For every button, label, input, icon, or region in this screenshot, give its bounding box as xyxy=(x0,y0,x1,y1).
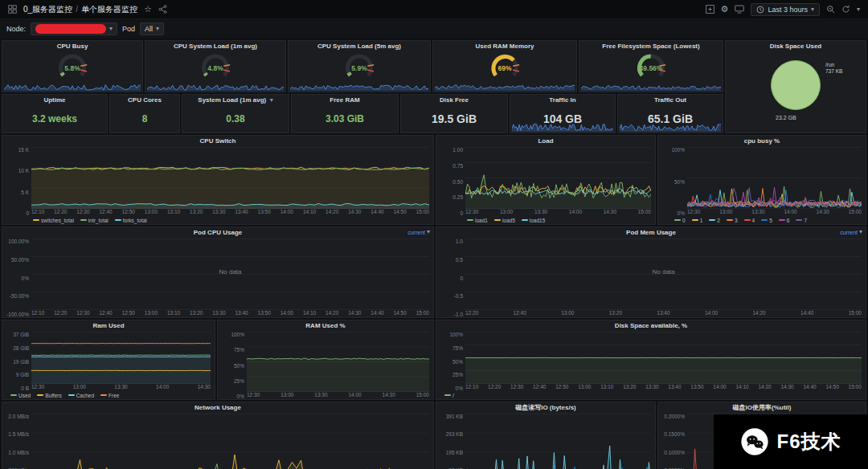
panel-title[interactable]: cpu busy % xyxy=(744,137,780,145)
panel-title[interactable]: Used RAM Memory xyxy=(476,43,534,50)
panel-title[interactable]: Network Usage xyxy=(194,404,241,411)
stat-value: 65.1 GiB xyxy=(618,105,723,133)
legend-item[interactable]: load15 xyxy=(522,218,546,223)
legend-item[interactable]: switches_total xyxy=(33,218,74,223)
add-panel-icon[interactable] xyxy=(706,5,714,14)
legend-color-swatch xyxy=(494,219,501,221)
pod-cpu-chart[interactable]: No data xyxy=(31,239,429,310)
axis-tick: 14:00 xyxy=(280,310,293,317)
time-range-picker[interactable]: Last 3 hours ▾ xyxy=(751,3,820,16)
star-icon[interactable]: ☆ xyxy=(144,5,152,14)
axis-tick: 13:40 xyxy=(235,310,248,317)
axis-tick: 13:00 xyxy=(561,310,574,317)
panel-used-ram: Used RAM Memory 69% xyxy=(432,40,577,92)
tv-cycle-icon[interactable] xyxy=(735,5,744,14)
legend-item[interactable]: load5 xyxy=(494,218,515,223)
axis-tick: 14:20 xyxy=(326,310,338,317)
legend-item[interactable]: load1 xyxy=(467,218,488,223)
share-icon[interactable] xyxy=(158,5,167,14)
axis-tick: 100.00% xyxy=(8,239,29,244)
panel-title[interactable]: Disk Free xyxy=(440,96,469,104)
panel-title[interactable]: System Load (1m avg) xyxy=(198,96,266,104)
legend-item[interactable]: Free xyxy=(100,393,119,398)
legend-mode-link[interactable]: current▾ xyxy=(840,229,862,235)
panel-title[interactable]: 磁盘读写IO (bytes/s) xyxy=(515,403,576,412)
axis-tick: 13:00 xyxy=(145,209,158,216)
panel-title[interactable]: Pod CPU Usage xyxy=(194,229,242,236)
legend-item[interactable]: 2 xyxy=(709,218,720,223)
refresh-icon[interactable] xyxy=(841,5,850,14)
network-usage-chart[interactable] xyxy=(31,414,429,469)
legend-item[interactable]: 6 xyxy=(779,218,790,223)
legend-item[interactable]: Buffers xyxy=(37,393,61,398)
legend-item[interactable]: 5 xyxy=(761,218,772,223)
breadcrumb-dashboard[interactable]: 0_服务器监控 xyxy=(23,4,72,15)
load-chart[interactable] xyxy=(465,147,651,209)
axis-tick: 13:20 xyxy=(609,310,622,317)
legend-color-swatch xyxy=(100,394,107,396)
panel-title[interactable]: Traffic Out xyxy=(654,96,686,104)
dashboard-grid-icon[interactable] xyxy=(8,5,17,14)
panel-title[interactable]: Uptime xyxy=(43,96,65,104)
panel-title[interactable]: Disk Space Used xyxy=(770,43,821,50)
legend-item[interactable]: Used xyxy=(10,393,31,398)
x-axis: 12:3013:0013:3014:0014:3015:00 xyxy=(247,392,429,399)
legend-item[interactable]: 4 xyxy=(744,218,755,223)
axis-tick: 13:40 xyxy=(235,209,248,216)
chevron-down-icon[interactable]: ▾ xyxy=(270,97,273,104)
panel-free-fs-space: Free Filesystem Space (Lowest) 49.56% xyxy=(579,40,723,92)
panel-title[interactable]: CPU Busy xyxy=(57,43,88,50)
axis-tick: 0% xyxy=(678,210,685,216)
zoom-out-icon[interactable] xyxy=(826,5,835,14)
breadcrumb[interactable]: 0_服务器监控 / 单个服务器监控 xyxy=(23,4,137,15)
panel-title[interactable]: Free RAM xyxy=(330,96,359,104)
disk-available-chart[interactable] xyxy=(465,332,862,384)
axis-tick: 14:50 xyxy=(826,384,839,391)
cpu-switch-chart[interactable] xyxy=(31,147,429,209)
legend-color-swatch xyxy=(68,394,75,396)
node-variable-dropdown[interactable]: ▾ xyxy=(31,22,117,35)
panel-title[interactable]: Load xyxy=(538,137,553,145)
pie-total-label: 23.2 GB xyxy=(776,115,796,120)
axis-tick: -100.00% xyxy=(6,312,29,317)
cpu-busy-pct-chart[interactable] xyxy=(687,147,862,209)
axis-tick: 13:50 xyxy=(690,384,703,391)
legend-item[interactable]: Cached xyxy=(68,393,94,398)
legend-item[interactable]: 3 xyxy=(727,218,738,223)
panel-disk-rw-io: 磁盘读写IO (bytes/s) 391 KB293 KB195 KB98 KB… xyxy=(436,402,656,469)
panel-disk-space-available: Disk Space available, % 100%75%50%25%0% … xyxy=(436,320,866,400)
disk-rw-io-chart[interactable] xyxy=(465,414,651,469)
panel-title[interactable]: Traffic In xyxy=(549,96,575,104)
svg-text:4.8%: 4.8% xyxy=(207,64,223,72)
breadcrumb-page[interactable]: 单个服务器监控 xyxy=(81,4,137,15)
panel-title[interactable]: CPU System Load (5m avg) xyxy=(317,43,401,50)
ram-used-pct-chart[interactable] xyxy=(247,332,429,392)
legend-mode-link[interactable]: current▾ xyxy=(407,229,430,235)
panel-title[interactable]: Pod Mem Usage xyxy=(626,229,676,236)
pod-mem-chart[interactable]: No data xyxy=(465,239,862,310)
legend-item[interactable]: 0 xyxy=(674,218,686,223)
panel-title[interactable]: Free Filesystem Space (Lowest) xyxy=(602,43,699,50)
panel-title[interactable]: 磁盘IO使用率(%util) xyxy=(733,403,792,412)
panel-title[interactable]: RAM Used % xyxy=(305,322,345,329)
legend-item[interactable]: 1 xyxy=(692,218,703,223)
panel-title[interactable]: CPU System Load (1m avg) xyxy=(174,43,257,50)
pod-variable-dropdown[interactable]: All ▾ xyxy=(140,22,164,35)
panel-title[interactable]: Disk Space available, % xyxy=(615,322,687,329)
legend-item[interactable]: / xyxy=(444,393,454,398)
axis-tick: 0.2000% xyxy=(664,414,685,419)
sparkline xyxy=(4,80,141,91)
ram-used-chart[interactable] xyxy=(31,332,211,384)
refresh-interval-caret-icon[interactable]: ▾ xyxy=(857,6,860,13)
panel-title[interactable]: CPU Switch xyxy=(200,137,236,145)
panel-title[interactable]: Ram Used xyxy=(92,322,124,329)
axis-tick: 14:10 xyxy=(303,310,316,317)
panel-title[interactable]: CPU Cores xyxy=(128,96,162,104)
axis-tick: 0.75 xyxy=(452,163,463,169)
cpu-busy-gauge: 5.8% xyxy=(2,51,142,81)
gear-icon[interactable]: ⚙ xyxy=(721,5,729,14)
legend-item[interactable]: intr_total xyxy=(80,218,108,223)
legend-item[interactable]: forks_total xyxy=(115,218,147,223)
disk-usage-pie[interactable] xyxy=(771,60,821,110)
legend-item[interactable]: 7 xyxy=(796,218,807,223)
